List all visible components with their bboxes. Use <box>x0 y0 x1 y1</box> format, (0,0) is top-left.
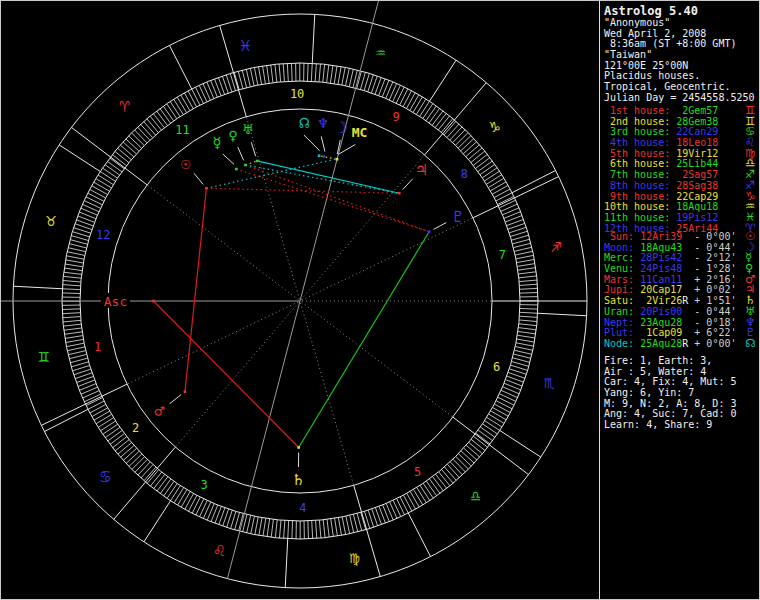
degree-tick <box>478 161 493 172</box>
degree-tick <box>292 521 293 539</box>
app-title: Astrolog 5.40 <box>604 4 698 18</box>
degree-tick <box>463 142 476 154</box>
degree-tick <box>397 499 405 515</box>
degree-tick <box>160 479 171 494</box>
degree-tick <box>126 451 139 463</box>
planet-dot-mars <box>184 390 187 393</box>
degree-tick <box>62 289 80 290</box>
mc-dot <box>336 158 339 161</box>
degree-tick <box>458 454 471 466</box>
degree-tick <box>84 201 100 209</box>
degree-tick <box>279 520 281 538</box>
sign-boundary <box>144 501 171 542</box>
degree-tick <box>65 336 83 339</box>
degree-tick <box>185 494 194 510</box>
house-cusp-spoke <box>147 185 298 300</box>
degree-tick <box>98 175 113 185</box>
degree-tick <box>247 515 251 533</box>
house-cusp-value: 19Vir12 <box>676 148 718 159</box>
degree-tick <box>450 462 462 475</box>
degree-tick <box>503 387 520 394</box>
degree-tick <box>147 470 159 484</box>
degree-tick <box>62 293 80 294</box>
degree-tick <box>439 472 450 486</box>
degree-tick <box>386 82 393 99</box>
degree-tick <box>461 139 474 151</box>
degree-tick <box>107 161 122 172</box>
degree-tick <box>258 67 261 85</box>
degree-tick <box>207 82 214 99</box>
planet-glyph-moon: ☽ <box>339 118 349 137</box>
planet-label: Uran: <box>604 306 640 317</box>
degree-tick <box>92 186 108 195</box>
degree-tick <box>450 127 462 140</box>
degree-tick <box>520 308 538 309</box>
degree-tick <box>429 108 440 123</box>
degree-tick <box>338 518 341 536</box>
degree-tick <box>406 93 415 109</box>
sign-glyph-aries: ♈ <box>119 96 130 116</box>
degree-tick <box>482 424 497 434</box>
degree-tick <box>517 339 535 342</box>
planet-glyph-venu: ♀ <box>228 126 238 145</box>
planet-label: Satu: <box>604 295 640 306</box>
planet-label: Jupi: <box>604 284 640 295</box>
sign-glyph-libra: ♎ <box>470 486 480 506</box>
degree-tick <box>453 130 465 143</box>
house-label: 10th house: <box>604 201 676 212</box>
planet-motion: + 2°16' <box>688 274 736 285</box>
aspect-line-asc-satu <box>154 301 299 447</box>
sign-boundary <box>538 313 587 316</box>
degree-tick <box>141 124 153 137</box>
degree-tick <box>453 459 466 472</box>
planet-glyph-sun: ☉ <box>181 154 191 173</box>
degree-tick <box>62 309 80 310</box>
house-number-7: 7 <box>499 248 506 262</box>
degree-tick <box>307 63 308 81</box>
degree-tick <box>101 421 116 431</box>
planet-dot-merc <box>235 168 238 171</box>
degree-tick <box>519 316 537 317</box>
degree-tick <box>71 236 88 241</box>
degree-tick <box>426 106 436 121</box>
degree-tick <box>342 517 345 535</box>
degree-tick <box>64 268 82 270</box>
ic-axis <box>227 301 300 579</box>
degree-tick <box>154 474 165 488</box>
degree-tick <box>426 481 436 496</box>
degree-tick <box>144 467 156 481</box>
planet-motion: - 0°44' <box>688 242 736 253</box>
house-number-1: 1 <box>94 340 101 354</box>
house-cusp-value: 25Lib44 <box>676 158 718 169</box>
planet-label: Nept: <box>604 317 640 328</box>
degree-tick <box>420 101 430 116</box>
degree-tick <box>488 178 503 187</box>
house-number-2: 2 <box>132 421 139 435</box>
degree-tick <box>478 430 493 441</box>
degree-tick <box>410 491 419 507</box>
planet-motion: - 0°44' <box>688 306 736 317</box>
degree-tick <box>417 487 427 502</box>
chart-header: "Anonymous"Wed April 2, 2008 8:36am (ST … <box>604 18 755 104</box>
degree-tick <box>476 158 490 169</box>
planet-pointer <box>403 179 413 190</box>
degree-tick <box>63 317 81 318</box>
degree-tick <box>323 64 325 82</box>
degree-tick <box>519 324 537 326</box>
degree-tick <box>132 457 145 470</box>
planet-dot-plut <box>428 230 431 233</box>
degree-tick <box>519 320 537 322</box>
degree-tick <box>468 148 482 160</box>
degree-tick <box>287 63 288 81</box>
aspect-line-venu-uran <box>245 161 257 165</box>
degree-tick <box>90 404 106 412</box>
degree-tick <box>235 513 240 530</box>
planet-position-value: 12Ari39 <box>640 231 682 242</box>
planet-position-value: 2Vir26 <box>640 295 682 306</box>
degree-tick <box>144 122 156 136</box>
planet-position-value: 11Can11 <box>640 274 682 285</box>
house-number-9: 9 <box>392 110 399 124</box>
degree-tick <box>429 479 440 494</box>
degree-tick <box>163 106 173 121</box>
planet-dot-satu <box>297 446 300 449</box>
